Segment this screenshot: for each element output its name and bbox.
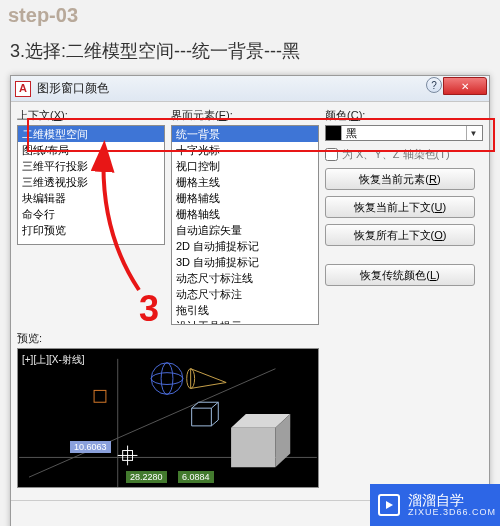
xyz-tint-checkbox[interactable] <box>325 148 338 161</box>
svg-point-4 <box>151 373 183 385</box>
context-item[interactable]: 打印预览 <box>18 222 164 238</box>
app-icon: A <box>15 81 31 97</box>
instruction-text: 3.选择:二维模型空间---统一背景---黑 <box>0 27 500 75</box>
restore-all-button[interactable]: 恢复所有上下文(O) <box>325 224 475 246</box>
svg-point-5 <box>161 363 173 395</box>
restore-classic-button[interactable]: 恢复传统颜色(L) <box>325 264 475 286</box>
context-listbox[interactable]: 二维模型空间 图纸/布局 三维平行投影 三维透视投影 块编辑器 命令行 打印预览 <box>17 125 165 245</box>
watermark-main: 溜溜自学 <box>408 493 496 508</box>
element-item[interactable]: 栅格辅线 <box>172 190 318 206</box>
xyz-tint-label: 为 X、Y、Z 轴染色(T) <box>342 147 450 162</box>
element-item[interactable]: 3D 自动捕捉标记 <box>172 254 318 270</box>
preview-value-3: 6.0884 <box>178 471 214 483</box>
watermark-sub: ZIXUE.3D66.COM <box>408 508 496 517</box>
chevron-down-icon[interactable]: ▼ <box>466 126 480 140</box>
context-item[interactable]: 图纸/布局 <box>18 142 164 158</box>
preview-value-1: 10.6063 <box>70 441 111 453</box>
context-item[interactable]: 三维透视投影 <box>18 174 164 190</box>
dialog-title: 图形窗口颜色 <box>37 80 109 97</box>
color-value: 黑 <box>346 126 357 141</box>
svg-rect-7 <box>94 390 106 402</box>
color-dropdown[interactable]: 黑 ▼ <box>325 125 483 141</box>
color-swatch <box>326 126 342 140</box>
watermark: 溜溜自学 ZIXUE.3D66.COM <box>370 484 500 526</box>
element-label: 界面元素(E): <box>171 108 319 123</box>
element-item[interactable]: 动态尺寸标注 <box>172 286 318 302</box>
element-item-selected[interactable]: 统一背景 <box>172 126 318 142</box>
preview-value-2: 28.2280 <box>126 471 167 483</box>
color-label: 颜色(C): <box>325 108 483 123</box>
color-options-dialog: A 图形窗口颜色 ? ✕ 上下文(X): 二维模型空间 图纸/布局 三维平行投 <box>10 75 490 526</box>
element-listbox[interactable]: 统一背景 十字光标 视口控制 栅格主线 栅格辅线 栅格轴线 自动追踪矢量 2D … <box>171 125 319 325</box>
svg-point-3 <box>151 363 183 395</box>
element-item[interactable]: 自动追踪矢量 <box>172 222 318 238</box>
preview-viewport: [+][上][X-射线] <box>17 348 319 488</box>
element-item[interactable]: 拖引线 <box>172 302 318 318</box>
titlebar: A 图形窗口颜色 ? ✕ <box>11 76 489 102</box>
element-item[interactable]: 动态尺寸标注线 <box>172 270 318 286</box>
context-item[interactable]: 三维平行投影 <box>18 158 164 174</box>
close-button[interactable]: ✕ <box>443 77 487 95</box>
help-icon[interactable]: ? <box>426 77 442 93</box>
restore-element-button[interactable]: 恢复当前元素(R) <box>325 168 475 190</box>
restore-context-button[interactable]: 恢复当前上下文(U) <box>325 196 475 218</box>
preview-label: 预览: <box>17 331 483 346</box>
element-item[interactable]: 栅格主线 <box>172 174 318 190</box>
element-item[interactable]: 视口控制 <box>172 158 318 174</box>
context-item[interactable]: 命令行 <box>18 206 164 222</box>
step-label: step-03 <box>0 0 500 27</box>
context-label: 上下文(X): <box>17 108 165 123</box>
element-item[interactable]: 十字光标 <box>172 142 318 158</box>
element-item[interactable]: 2D 自动捕捉标记 <box>172 238 318 254</box>
play-icon <box>378 494 400 516</box>
element-item[interactable]: 设计工具提示 <box>172 318 318 325</box>
element-item[interactable]: 栅格轴线 <box>172 206 318 222</box>
context-item[interactable]: 块编辑器 <box>18 190 164 206</box>
context-item-selected[interactable]: 二维模型空间 <box>18 126 164 142</box>
